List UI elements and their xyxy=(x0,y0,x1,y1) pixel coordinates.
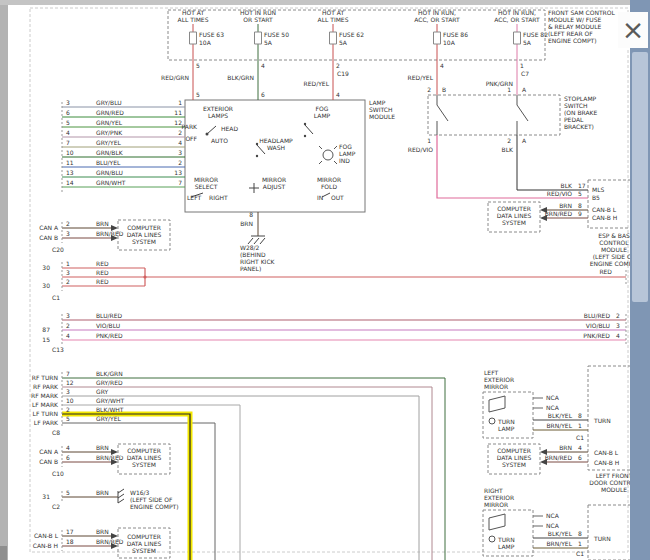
diagram-label: SYSTEM xyxy=(132,238,156,245)
diagram-label: 15 xyxy=(42,336,50,343)
diagram-label: FUSE 50 xyxy=(264,31,289,38)
diagram-label: RED xyxy=(96,278,109,285)
diagram-label: RED/VIO xyxy=(408,146,433,153)
diagram-label: HOT IN RUN, xyxy=(418,9,456,16)
diagram-label: 2 xyxy=(616,312,620,319)
diagram-label: RED/VIO xyxy=(547,190,572,197)
stoplamp-contact xyxy=(517,105,528,121)
diagram-label: GRY/PNK xyxy=(96,129,123,136)
wash-contact xyxy=(256,155,258,157)
diagram-label: BRN/YEL xyxy=(546,540,572,547)
diagram-label: TURN xyxy=(593,535,611,542)
diagram-label: BRACKET) xyxy=(564,123,594,130)
diagram-label: GRY/WHT xyxy=(96,397,125,404)
diagram-label: 1 xyxy=(507,86,511,93)
diagram-label: GRY xyxy=(96,388,108,395)
wash-contact xyxy=(256,143,258,145)
diagram-label: GRN/BLU xyxy=(96,169,123,176)
diagram-label: DATA LINES xyxy=(127,231,162,238)
diagram-label: 7 xyxy=(178,179,182,186)
diagram-label: IND xyxy=(339,157,350,164)
page-border xyxy=(30,8,628,552)
diagram-label: 4 xyxy=(178,139,182,146)
diagram-label: 1 xyxy=(427,137,431,144)
diagram-label: AUTO xyxy=(211,137,228,144)
diagram-label: EXTERIOR xyxy=(484,494,514,501)
diagram-label: BRN xyxy=(96,444,109,451)
diagram-label: 4 xyxy=(440,62,444,69)
diagram-label: EXTERIOR xyxy=(484,376,514,383)
diagram-label: MODULE xyxy=(601,246,627,253)
diagram-label: 5 xyxy=(196,62,200,69)
diagram-label: SWITCH xyxy=(564,102,588,109)
diagram-label: SYSTEM xyxy=(132,547,156,554)
diagram-label: & RELAY MODULE xyxy=(548,23,601,30)
diagram-label: LEFT FRONT xyxy=(596,472,633,479)
diagram-label: FUSE 86 xyxy=(443,31,468,38)
diagram-label: TURN xyxy=(497,418,515,425)
diagram-label: BLK/GRN xyxy=(96,370,123,377)
diagram-label: HOT AT xyxy=(182,9,204,16)
dial-pointer xyxy=(207,126,216,134)
diagram-label: LEFT xyxy=(484,369,498,376)
diagram-label: C2 xyxy=(52,503,60,510)
diagram-label: (LEFT REAR OF xyxy=(548,30,593,37)
close-button[interactable]: × xyxy=(618,12,648,48)
diagram-label: CAN-B L xyxy=(592,206,617,213)
diagram-label: NCA xyxy=(546,522,560,529)
diagram-label: MIRROR xyxy=(484,501,508,508)
fog-ind-ray xyxy=(334,161,337,164)
diagram-label: HEADLAMP xyxy=(259,137,293,144)
diagram-label: CAN A xyxy=(39,224,59,231)
diagram-label: FOLD xyxy=(321,183,338,190)
diagram-label: MODULE W/ FUSE xyxy=(548,16,601,23)
diagram-label: C20 xyxy=(52,246,64,253)
diagram-label: RF MARK xyxy=(31,392,59,399)
diagram-label: 11 xyxy=(66,159,74,166)
diagram-label: BRN/RED xyxy=(545,210,573,217)
ground-symbol xyxy=(118,494,124,498)
diagram-label: 87 xyxy=(42,326,50,333)
diagram-label: COMPUTER xyxy=(127,224,161,231)
diagram-label: FRONT SAM CONTROL xyxy=(548,9,615,16)
diagram-label: C7 xyxy=(521,70,529,77)
diagram-label: GRY/YEL xyxy=(96,415,122,422)
diagram-label: GRY/RED xyxy=(96,379,123,386)
diagram-label: 10 xyxy=(66,397,74,404)
diagram-label: RED/YEL xyxy=(408,74,434,81)
diagram-label: 4 xyxy=(336,91,340,98)
wiring-diagram-viewer: HOT ATALL TIMESFUSE 6310AHOT IN RUNOR ST… xyxy=(0,0,650,560)
diagram-label: IN xyxy=(317,194,323,201)
diagram-label: MIRROR xyxy=(262,176,286,183)
diagram-label: DATA LINES xyxy=(497,454,532,461)
corner-notch xyxy=(0,546,7,560)
diagram-label: 2 xyxy=(507,137,511,144)
diagram-label: RED xyxy=(96,260,109,267)
diagram-label: BLU/YEL xyxy=(96,159,121,166)
diagram-label: BLK/YEL xyxy=(548,412,573,419)
diagram-label: WASH xyxy=(267,144,285,151)
diagram-label: LAMP xyxy=(339,150,356,157)
diagram-label: 4 xyxy=(261,62,265,69)
diagram-label: EXTERIOR xyxy=(203,105,233,112)
diagram-label: 11 xyxy=(174,109,182,116)
diagram-label: ACC, OR START xyxy=(494,16,540,23)
diagram-label: 3 xyxy=(66,230,70,237)
diagram-label: 12 xyxy=(174,119,182,126)
diagram-label: RF TURN xyxy=(32,374,58,381)
diagram-label: PANEL) xyxy=(240,265,261,272)
diagram-label: C13 xyxy=(52,346,64,353)
diagram-label: 4 xyxy=(578,444,582,451)
diagram-label: 17 xyxy=(66,528,74,535)
diagram-label: CAN-B H xyxy=(592,214,617,221)
diagram-label: 2 xyxy=(66,406,70,413)
red-junction-dot xyxy=(143,275,146,278)
diagram-label: CAN-B L xyxy=(34,532,59,539)
scrollbar[interactable] xyxy=(630,0,650,560)
scrollbar-thumb[interactable] xyxy=(632,52,648,302)
diagram-label: CAN B xyxy=(39,458,58,465)
diagram-label: COMPUTER xyxy=(127,533,161,540)
fuse-symbol xyxy=(514,32,521,44)
page-margin-left xyxy=(0,0,8,560)
diagram-label: 13 xyxy=(66,169,74,176)
